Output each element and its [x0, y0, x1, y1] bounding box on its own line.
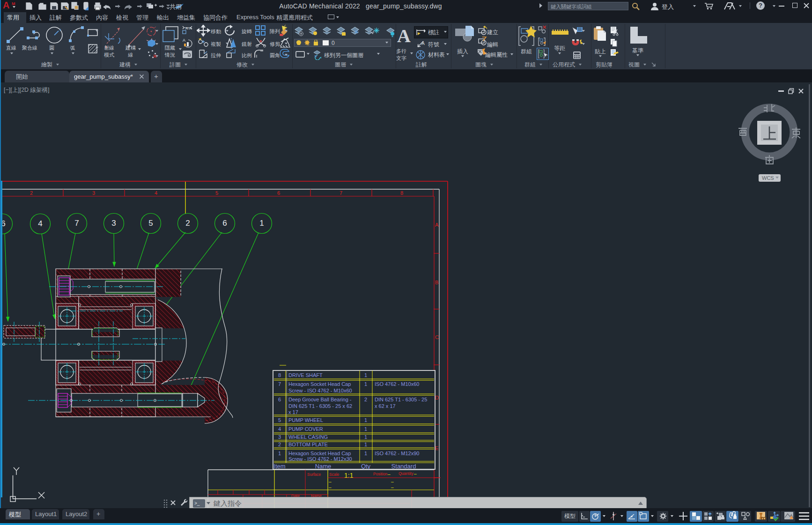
svg-text:PUMP WHEEL: PUMP WHEEL [288, 417, 323, 423]
svg-text:2: 2 [364, 397, 367, 402]
svg-text:7: 7 [74, 219, 79, 228]
svg-text:Position: Position [373, 472, 388, 476]
svg-text:7: 7 [340, 190, 342, 196]
svg-text:1: 1 [364, 426, 367, 432]
svg-text:2: 2 [30, 190, 33, 196]
svg-text:6: 6 [222, 219, 227, 228]
svg-text:Screw - ISO 4762 - M12x30: Screw - ISO 4762 - M12x30 [288, 456, 352, 462]
svg-text:2: 2 [278, 442, 281, 447]
svg-text:DIN 625 T1 - 6305 - 25: DIN 625 T1 - 6305 - 25 [375, 397, 427, 402]
svg-text:1: 1 [364, 442, 367, 447]
svg-text:6: 6 [277, 190, 280, 196]
svg-text:1: 1 [364, 451, 367, 456]
svg-text:5: 5 [278, 417, 281, 423]
svg-text:A: A [183, 38, 185, 43]
svg-text:1: 1 [364, 372, 367, 378]
svg-text:1: 1 [364, 434, 367, 440]
svg-text:WCS: WCS [762, 175, 774, 181]
svg-text:3: 3 [111, 219, 116, 228]
svg-text:–: – [388, 472, 391, 477]
svg-text:x 62 x 17: x 62 x 17 [375, 403, 396, 409]
svg-text:3: 3 [92, 190, 95, 196]
svg-text:WHEEL CASING: WHEEL CASING [288, 434, 328, 440]
svg-text:1: 1 [364, 381, 367, 387]
svg-text:Scale: Scale [329, 472, 340, 477]
svg-text:8: 8 [278, 372, 281, 378]
svg-text:1:1: 1:1 [344, 472, 354, 479]
svg-text:Hexagon Socket Head Cap: Hexagon Socket Head Cap [288, 381, 351, 387]
svg-text:–: – [391, 485, 394, 490]
svg-text:Hexagon Socket Head Cap: Hexagon Socket Head Cap [288, 451, 351, 456]
svg-text:Quantity: Quantity [399, 471, 413, 476]
svg-text:ISO 4762 - M10x60: ISO 4762 - M10x60 [375, 381, 419, 387]
svg-text:Standard: Standard [391, 463, 416, 470]
svg-text:BOTTOM PLATE: BOTTOM PLATE [288, 442, 328, 447]
svg-text:–: – [329, 479, 332, 484]
svg-text:Surface: Surface [307, 472, 321, 477]
svg-text:C: C [435, 334, 439, 340]
svg-text:DIN 625 T1 - 6305 - 25 x 62: DIN 625 T1 - 6305 - 25 x 62 [288, 403, 352, 409]
svg-text:4: 4 [38, 219, 42, 228]
svg-text:4: 4 [278, 426, 281, 432]
svg-text:–: – [391, 479, 394, 484]
svg-text:Name: Name [315, 463, 332, 470]
svg-text:B: B [435, 280, 438, 285]
svg-text:ISO 4762 - M12x90: ISO 4762 - M12x90 [375, 451, 419, 456]
svg-text:Screw - ISO 4762 - M10x60: Screw - ISO 4762 - M10x60 [288, 388, 352, 393]
svg-text:D: D [435, 395, 439, 400]
svg-text:4: 4 [155, 190, 157, 196]
svg-text:DRIVE SHAFT: DRIVE SHAFT [288, 372, 323, 378]
svg-text:8: 8 [400, 190, 403, 196]
svg-text:1: 1 [259, 219, 264, 228]
svg-text:A-A: A-A [185, 26, 192, 30]
svg-text:–: – [329, 485, 332, 490]
svg-text:2: 2 [185, 219, 190, 228]
svg-text:1: 1 [278, 451, 281, 456]
svg-text:6: 6 [278, 397, 281, 402]
svg-text:x 17: x 17 [288, 409, 298, 415]
svg-text:3: 3 [278, 434, 281, 440]
svg-text:A: A [435, 222, 439, 228]
svg-text:PUMP COVER: PUMP COVER [288, 426, 323, 432]
svg-text:1: 1 [364, 417, 367, 423]
svg-text:Qty: Qty [361, 463, 371, 470]
svg-text:–: – [414, 471, 417, 476]
svg-text:E: E [435, 445, 438, 451]
svg-text:5: 5 [215, 190, 218, 196]
svg-text:5: 5 [148, 219, 153, 228]
svg-text:A: A [421, 41, 425, 46]
svg-text:7: 7 [278, 381, 281, 387]
svg-text:Item: Item [273, 463, 285, 470]
svg-text:Deep Groove Ball Bearing -: Deep Groove Ball Bearing - [288, 397, 352, 402]
